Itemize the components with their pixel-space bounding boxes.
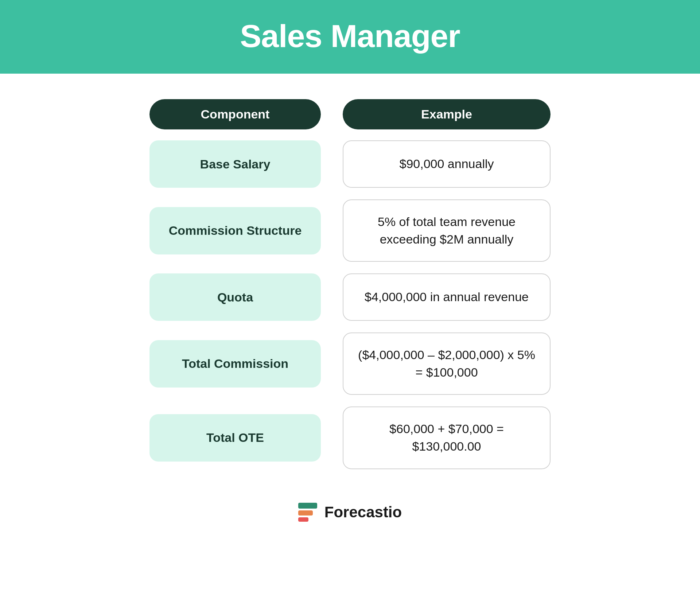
example-cell-base-salary: $90,000 annually bbox=[343, 140, 551, 188]
component-cell-total-commission: Total Commission bbox=[149, 340, 321, 388]
page-title: Sales Manager bbox=[240, 17, 460, 55]
example-header-label: Example bbox=[421, 107, 472, 121]
table-row: Base Salary $90,000 annually bbox=[149, 140, 551, 188]
logo-bar-red bbox=[298, 517, 308, 522]
logo-bar-green bbox=[298, 503, 317, 509]
table-row: Commission Structure 5% of total team re… bbox=[149, 199, 551, 262]
example-value-commission-structure: 5% of total team revenue exceeding $2M a… bbox=[358, 213, 535, 248]
component-column-header: Component bbox=[149, 99, 321, 129]
component-header-label: Component bbox=[201, 107, 270, 121]
example-cell-commission-structure: 5% of total team revenue exceeding $2M a… bbox=[343, 199, 551, 262]
component-label-base-salary: Base Salary bbox=[200, 157, 271, 171]
example-cell-total-ote: $60,000 + $70,000 = $130,000.00 bbox=[343, 406, 551, 469]
component-cell-quota: Quota bbox=[149, 273, 321, 321]
example-value-quota: $4,000,000 in annual revenue bbox=[365, 288, 529, 306]
component-cell-commission-structure: Commission Structure bbox=[149, 207, 321, 254]
component-label-total-ote: Total OTE bbox=[206, 431, 264, 445]
component-label-quota: Quota bbox=[217, 290, 253, 304]
logo-bar-orange bbox=[298, 510, 313, 516]
table-row: Total OTE $60,000 + $70,000 = $130,000.0… bbox=[149, 406, 551, 469]
main-content: Component Example Base Salary $90,000 an… bbox=[0, 74, 700, 522]
component-cell-base-salary: Base Salary bbox=[149, 140, 321, 188]
table-container: Component Example Base Salary $90,000 an… bbox=[149, 99, 551, 481]
component-label-commission-structure: Commission Structure bbox=[169, 223, 302, 238]
component-label-total-commission: Total Commission bbox=[182, 357, 288, 371]
example-value-total-ote: $60,000 + $70,000 = $130,000.00 bbox=[358, 420, 535, 455]
header-banner: Sales Manager bbox=[0, 0, 700, 74]
table-header-row: Component Example bbox=[149, 99, 551, 129]
example-cell-quota: $4,000,000 in annual revenue bbox=[343, 273, 551, 321]
table-row: Total Commission ($4,000,000 – $2,000,00… bbox=[149, 332, 551, 395]
example-value-total-commission: ($4,000,000 – $2,000,000) x 5% = $100,00… bbox=[358, 346, 535, 381]
example-column-header: Example bbox=[343, 99, 551, 129]
footer: Forecastio bbox=[298, 503, 402, 522]
forecastio-logo-icon bbox=[298, 503, 317, 522]
component-cell-total-ote: Total OTE bbox=[149, 414, 321, 462]
table-row: Quota $4,000,000 in annual revenue bbox=[149, 273, 551, 321]
brand-name: Forecastio bbox=[324, 503, 402, 521]
example-cell-total-commission: ($4,000,000 – $2,000,000) x 5% = $100,00… bbox=[343, 332, 551, 395]
example-value-base-salary: $90,000 annually bbox=[399, 155, 494, 173]
